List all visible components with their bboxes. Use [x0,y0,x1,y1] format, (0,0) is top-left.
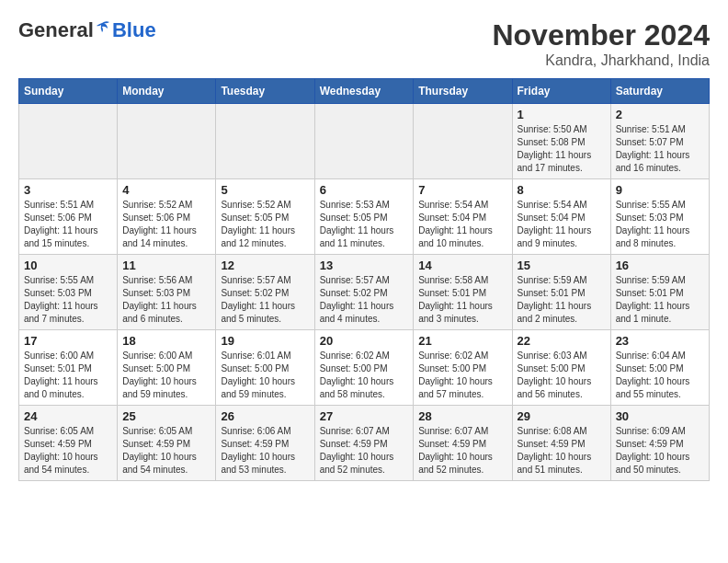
calendar-cell: 2Sunrise: 5:51 AM Sunset: 5:07 PM Daylig… [610,104,709,179]
day-detail: Sunrise: 5:56 AM Sunset: 5:03 PM Dayligh… [122,274,210,326]
day-number: 28 [418,409,506,423]
day-number: 7 [418,183,506,197]
day-number: 2 [616,108,704,121]
day-number: 21 [418,334,506,348]
day-detail: Sunrise: 6:03 AM Sunset: 5:00 PM Dayligh… [518,350,606,401]
day-detail: Sunrise: 6:08 AM Sunset: 4:59 PM Dayligh… [518,425,606,477]
day-number: 23 [616,334,704,348]
day-number: 14 [418,259,506,272]
calendar-cell: 20Sunrise: 6:02 AM Sunset: 5:00 PM Dayli… [314,330,414,406]
day-detail: Sunrise: 6:00 AM Sunset: 5:00 PM Dayligh… [122,350,210,401]
calendar-cell: 13Sunrise: 5:57 AM Sunset: 5:02 PM Dayli… [314,255,414,330]
logo: General Blue [18,18,156,42]
weekday-header-saturday: Saturday [610,79,709,104]
calendar-cell: 9Sunrise: 5:55 AM Sunset: 5:03 PM Daylig… [610,179,709,255]
day-number: 25 [122,409,210,423]
calendar-cell: 24Sunrise: 6:05 AM Sunset: 4:59 PM Dayli… [19,406,118,481]
day-number: 6 [320,183,409,197]
calendar-cell [19,104,118,179]
calendar-cell [118,104,216,179]
day-number: 20 [320,334,409,348]
calendar-cell: 17Sunrise: 6:00 AM Sunset: 5:01 PM Dayli… [19,330,118,406]
day-detail: Sunrise: 6:02 AM Sunset: 5:00 PM Dayligh… [418,350,506,401]
day-detail: Sunrise: 5:54 AM Sunset: 5:04 PM Dayligh… [418,199,506,250]
day-number: 13 [320,259,409,272]
day-detail: Sunrise: 6:05 AM Sunset: 4:59 PM Dayligh… [122,425,210,477]
calendar-week-row: 1Sunrise: 5:50 AM Sunset: 5:08 PM Daylig… [19,104,710,179]
day-detail: Sunrise: 6:02 AM Sunset: 5:00 PM Dayligh… [320,350,409,401]
calendar-cell: 21Sunrise: 6:02 AM Sunset: 5:00 PM Dayli… [414,330,512,406]
calendar-cell: 19Sunrise: 6:01 AM Sunset: 5:00 PM Dayli… [216,330,314,406]
weekday-header-sunday: Sunday [19,79,118,104]
day-number: 16 [616,259,704,272]
day-detail: Sunrise: 5:58 AM Sunset: 5:01 PM Dayligh… [418,274,506,326]
day-number: 26 [221,409,309,423]
calendar-cell: 26Sunrise: 6:06 AM Sunset: 4:59 PM Dayli… [216,406,314,481]
weekday-header-monday: Monday [118,79,216,104]
day-detail: Sunrise: 5:50 AM Sunset: 5:08 PM Dayligh… [518,123,606,175]
calendar-cell: 3Sunrise: 5:51 AM Sunset: 5:06 PM Daylig… [19,179,118,255]
calendar-cell: 18Sunrise: 6:00 AM Sunset: 5:00 PM Dayli… [118,330,216,406]
day-detail: Sunrise: 5:53 AM Sunset: 5:05 PM Dayligh… [320,199,409,250]
weekday-header-thursday: Thursday [414,79,512,104]
calendar-week-row: 10Sunrise: 5:55 AM Sunset: 5:03 PM Dayli… [19,255,710,330]
day-number: 1 [518,108,606,121]
page-header: General Blue November 2024 Kandra, Jhark… [18,18,710,69]
calendar-cell: 11Sunrise: 5:56 AM Sunset: 5:03 PM Dayli… [118,255,216,330]
day-detail: Sunrise: 6:01 AM Sunset: 5:00 PM Dayligh… [221,350,309,401]
day-detail: Sunrise: 5:59 AM Sunset: 5:01 PM Dayligh… [616,274,704,326]
logo-bird-icon [95,19,111,36]
day-detail: Sunrise: 5:59 AM Sunset: 5:01 PM Dayligh… [518,274,606,326]
day-detail: Sunrise: 6:04 AM Sunset: 5:00 PM Dayligh… [616,350,704,401]
day-detail: Sunrise: 6:00 AM Sunset: 5:01 PM Dayligh… [24,350,112,401]
day-number: 29 [518,409,606,423]
calendar-week-row: 3Sunrise: 5:51 AM Sunset: 5:06 PM Daylig… [19,179,710,255]
day-number: 18 [122,334,210,348]
calendar-cell: 23Sunrise: 6:04 AM Sunset: 5:00 PM Dayli… [610,330,709,406]
day-detail: Sunrise: 5:51 AM Sunset: 5:07 PM Dayligh… [616,123,704,175]
day-detail: Sunrise: 5:57 AM Sunset: 5:02 PM Dayligh… [320,274,409,326]
location-text: Kandra, Jharkhand, India [492,52,710,69]
calendar-cell: 16Sunrise: 5:59 AM Sunset: 5:01 PM Dayli… [610,255,709,330]
day-number: 4 [122,183,210,197]
day-number: 27 [320,409,409,423]
calendar-cell: 8Sunrise: 5:54 AM Sunset: 5:04 PM Daylig… [512,179,610,255]
day-number: 9 [616,183,704,197]
day-number: 10 [24,259,112,272]
calendar-cell: 7Sunrise: 5:54 AM Sunset: 5:04 PM Daylig… [414,179,512,255]
calendar-cell [414,104,512,179]
day-number: 8 [518,183,606,197]
day-number: 12 [221,259,309,272]
calendar-cell: 22Sunrise: 6:03 AM Sunset: 5:00 PM Dayli… [512,330,610,406]
day-number: 19 [221,334,309,348]
day-number: 15 [518,259,606,272]
calendar-cell [314,104,414,179]
day-detail: Sunrise: 5:52 AM Sunset: 5:05 PM Dayligh… [221,199,309,250]
weekday-header-row: SundayMondayTuesdayWednesdayThursdayFrid… [19,79,710,104]
day-number: 30 [616,409,704,423]
day-detail: Sunrise: 5:57 AM Sunset: 5:02 PM Dayligh… [221,274,309,326]
calendar-cell: 6Sunrise: 5:53 AM Sunset: 5:05 PM Daylig… [314,179,414,255]
month-title: November 2024 [492,18,710,52]
day-detail: Sunrise: 5:51 AM Sunset: 5:06 PM Dayligh… [24,199,112,250]
day-number: 22 [518,334,606,348]
calendar-week-row: 24Sunrise: 6:05 AM Sunset: 4:59 PM Dayli… [19,406,710,481]
calendar-cell: 29Sunrise: 6:08 AM Sunset: 4:59 PM Dayli… [512,406,610,481]
weekday-header-tuesday: Tuesday [216,79,314,104]
calendar-cell: 12Sunrise: 5:57 AM Sunset: 5:02 PM Dayli… [216,255,314,330]
day-number: 5 [221,183,309,197]
day-detail: Sunrise: 5:55 AM Sunset: 5:03 PM Dayligh… [616,199,704,250]
day-detail: Sunrise: 5:54 AM Sunset: 5:04 PM Dayligh… [518,199,606,250]
calendar-table: SundayMondayTuesdayWednesdayThursdayFrid… [18,78,710,481]
day-detail: Sunrise: 6:06 AM Sunset: 4:59 PM Dayligh… [221,425,309,477]
day-detail: Sunrise: 5:55 AM Sunset: 5:03 PM Dayligh… [24,274,112,326]
calendar-week-row: 17Sunrise: 6:00 AM Sunset: 5:01 PM Dayli… [19,330,710,406]
calendar-cell: 30Sunrise: 6:09 AM Sunset: 4:59 PM Dayli… [610,406,709,481]
day-detail: Sunrise: 6:05 AM Sunset: 4:59 PM Dayligh… [24,425,112,477]
calendar-cell: 28Sunrise: 6:07 AM Sunset: 4:59 PM Dayli… [414,406,512,481]
logo-blue-text: Blue [112,18,156,42]
day-detail: Sunrise: 6:07 AM Sunset: 4:59 PM Dayligh… [418,425,506,477]
weekday-header-wednesday: Wednesday [314,79,414,104]
calendar-cell [216,104,314,179]
day-number: 3 [24,183,112,197]
